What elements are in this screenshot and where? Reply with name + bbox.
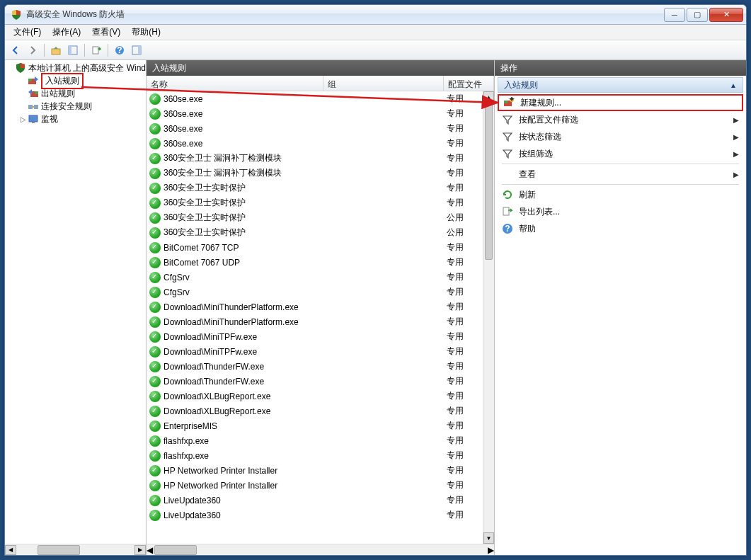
svg-rect-3 bbox=[93, 47, 98, 54]
menu-file[interactable]: 文件(F) bbox=[8, 24, 47, 40]
rule-row[interactable]: CfgSrv专用 bbox=[147, 270, 494, 285]
rule-row[interactable]: 360安全卫士 漏洞补丁检测模块专用 bbox=[147, 151, 494, 166]
rule-profile: 专用 bbox=[447, 152, 475, 164]
tree-monitoring[interactable]: ▷ 监视 bbox=[5, 113, 146, 125]
titlebar[interactable]: 高级安全 Windows 防火墙 ─ ▢ ✕ bbox=[5, 5, 746, 25]
list-scrollbar-vertical[interactable]: ▲ ▼ bbox=[483, 91, 494, 544]
rule-row[interactable]: CfgSrv专用 bbox=[147, 285, 494, 299]
rule-row[interactable]: Download\ThunderFW.exe专用 bbox=[147, 374, 494, 389]
rule-name: BitComet 7067 UDP bbox=[164, 258, 326, 268]
toolbar: ? bbox=[5, 40, 746, 60]
menu-action[interactable]: 操作(A) bbox=[47, 24, 86, 40]
action-view[interactable]: 查看 bbox=[498, 166, 743, 183]
rule-row[interactable]: HP Networked Printer Installer专用 bbox=[147, 463, 494, 478]
action-filter_group[interactable]: 按组筛选 bbox=[498, 145, 743, 162]
svg-rect-13 bbox=[34, 105, 38, 109]
rule-row[interactable]: 360安全卫士实时保护公用 bbox=[147, 225, 494, 240]
rule-row[interactable]: Download\MiniThunderPlatform.exe专用 bbox=[147, 299, 494, 314]
list-pane: 入站规则 名称 组 配置文件 360se.exe专用360se.exe专用360… bbox=[147, 60, 495, 555]
expand-icon[interactable]: ▷ bbox=[19, 115, 28, 123]
actions-section-header[interactable]: 入站规则 ▲ bbox=[498, 77, 743, 93]
up-level-button[interactable] bbox=[48, 42, 64, 58]
export-button[interactable] bbox=[88, 42, 104, 58]
action-filter_profile[interactable]: 按配置文件筛选 bbox=[498, 111, 743, 128]
rule-row[interactable]: Download\MiniTPFw.exe专用 bbox=[147, 344, 494, 359]
list-scrollbar-horizontal[interactable]: ◀ ▶ bbox=[147, 544, 494, 555]
rule-row[interactable]: Download\MiniTPFw.exe专用 bbox=[147, 329, 494, 344]
svg-rect-20 bbox=[503, 207, 509, 215]
column-header-group[interactable]: 组 bbox=[323, 76, 444, 91]
rule-row[interactable]: HP Networked Printer Installer专用 bbox=[147, 478, 494, 493]
rule-row[interactable]: EnterpriseMIS专用 bbox=[147, 418, 494, 433]
rule-name: flashfxp.exe bbox=[164, 451, 326, 461]
tree-outbound-rules[interactable]: 出站规则 bbox=[5, 87, 146, 100]
rule-row[interactable]: flashfxp.exe专用 bbox=[147, 433, 494, 448]
rule-row[interactable]: 360se.exe专用 bbox=[147, 106, 494, 121]
status-enabled-icon bbox=[149, 123, 161, 135]
help-button[interactable]: ? bbox=[112, 42, 127, 58]
rule-row[interactable]: Download\XLBugReport.exe专用 bbox=[147, 404, 494, 418]
scroll-down-icon[interactable]: ▼ bbox=[483, 532, 494, 544]
rule-row[interactable]: 360安全卫士实时保护专用 bbox=[147, 181, 494, 195]
rule-profile: 专用 bbox=[447, 494, 475, 506]
rule-name: HP Networked Printer Installer bbox=[164, 466, 326, 476]
rule-row[interactable]: Download\XLBugReport.exe专用 bbox=[147, 389, 494, 404]
action-new_rule[interactable]: ✦新建规则... bbox=[498, 94, 743, 111]
tree-connection-security[interactable]: 连接安全规则 bbox=[5, 100, 146, 113]
status-enabled-icon bbox=[149, 242, 161, 253]
column-header-profile[interactable]: 配置文件 bbox=[444, 76, 494, 91]
scroll-up-icon[interactable]: ▲ bbox=[483, 91, 494, 103]
scroll-thumb[interactable] bbox=[38, 545, 80, 555]
rule-row[interactable]: flashfxp.exe专用 bbox=[147, 448, 494, 463]
svg-text:✦: ✦ bbox=[508, 97, 515, 104]
rule-row[interactable]: 360安全卫士 漏洞补丁检测模块专用 bbox=[147, 166, 494, 181]
outbound-icon bbox=[28, 88, 39, 99]
column-header-name[interactable]: 名称 bbox=[147, 76, 323, 91]
status-enabled-icon bbox=[149, 302, 161, 313]
scroll-right-icon[interactable]: ▶ bbox=[134, 545, 146, 555]
rule-row[interactable]: Download\MiniThunderPlatform.exe专用 bbox=[147, 314, 494, 329]
rule-row[interactable]: 360安全卫士实时保护公用 bbox=[147, 210, 494, 225]
rule-row[interactable]: LiveUpdate360专用 bbox=[147, 508, 494, 522]
rule-profile: 专用 bbox=[447, 256, 475, 268]
tree-inbound-rules[interactable]: 入站规则 bbox=[5, 74, 146, 87]
status-enabled-icon bbox=[149, 346, 161, 358]
show-hide-actions-button[interactable] bbox=[129, 42, 144, 58]
rule-row[interactable]: BitComet 7067 TCP专用 bbox=[147, 240, 494, 255]
scroll-thumb-vertical[interactable] bbox=[485, 104, 493, 260]
rule-list[interactable]: 360se.exe专用360se.exe专用360se.exe专用360se.e… bbox=[147, 91, 494, 544]
close-button[interactable]: ✕ bbox=[709, 8, 743, 22]
connection-security-icon bbox=[28, 101, 39, 112]
forward-button[interactable] bbox=[25, 42, 40, 58]
scroll-right-icon[interactable]: ▶ bbox=[488, 545, 494, 555]
action-label: 查看 bbox=[519, 168, 728, 181]
menu-help[interactable]: 帮助(H) bbox=[126, 24, 166, 40]
rule-name: flashfxp.exe bbox=[164, 436, 326, 446]
rule-row[interactable]: 360安全卫士实时保护专用 bbox=[147, 195, 494, 210]
back-button[interactable] bbox=[8, 42, 23, 58]
rule-row[interactable]: LiveUpdate360专用 bbox=[147, 493, 494, 508]
menu-view[interactable]: 查看(V) bbox=[86, 24, 126, 40]
maximize-button[interactable]: ▢ bbox=[687, 8, 708, 22]
action-export[interactable]: 导出列表... bbox=[498, 203, 743, 220]
rule-profile: 专用 bbox=[447, 137, 475, 149]
scroll-left-icon[interactable]: ◀ bbox=[5, 545, 16, 555]
collapse-section-icon[interactable]: ▲ bbox=[730, 81, 737, 89]
tree-pane: 本地计算机 上的高级安全 Wind 入站规则 出站规则 连接安全规则 bbox=[5, 60, 147, 555]
rule-name: BitComet 7067 TCP bbox=[164, 243, 326, 253]
tree-scrollbar-horizontal[interactable]: ◀ ▶ bbox=[5, 544, 146, 555]
scroll-left-icon[interactable]: ◀ bbox=[147, 545, 153, 555]
rule-row[interactable]: BitComet 7067 UDP专用 bbox=[147, 255, 494, 270]
rule-row[interactable]: 360se.exe专用 bbox=[147, 91, 494, 106]
tree-body[interactable]: 本地计算机 上的高级安全 Wind 入站规则 出站规则 连接安全规则 bbox=[5, 60, 146, 544]
minimize-button[interactable]: ─ bbox=[664, 8, 685, 22]
rule-row[interactable]: Download\ThunderFW.exe专用 bbox=[147, 359, 494, 374]
rule-row[interactable]: 360se.exe专用 bbox=[147, 136, 494, 151]
rule-row[interactable]: 360se.exe专用 bbox=[147, 121, 494, 136]
scroll-thumb[interactable] bbox=[154, 545, 197, 555]
action-help[interactable]: ?帮助 bbox=[498, 220, 743, 237]
show-hide-tree-button[interactable] bbox=[65, 42, 81, 58]
status-enabled-icon bbox=[149, 361, 161, 372]
action-filter_state[interactable]: 按状态筛选 bbox=[498, 128, 743, 145]
action-refresh[interactable]: 刷新 bbox=[498, 186, 743, 203]
